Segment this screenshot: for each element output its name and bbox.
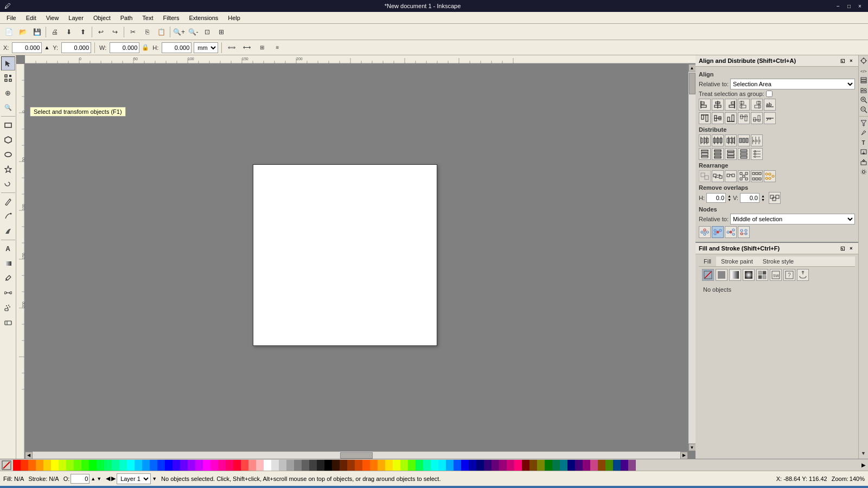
scroll-left-button[interactable]: ◀: [25, 452, 33, 459]
color-swatch[interactable]: [264, 460, 271, 471]
copy-button[interactable]: ⎘: [141, 25, 154, 38]
nodes-align-4-button[interactable]: [738, 226, 750, 238]
color-swatch[interactable]: [347, 460, 355, 471]
zoom-tool-button[interactable]: 🔍: [1, 100, 15, 114]
menu-text[interactable]: Text: [138, 14, 157, 22]
xml-editor-btn[interactable]: </>: [859, 66, 868, 75]
color-swatch[interactable]: [59, 460, 66, 471]
color-swatch[interactable]: [188, 460, 195, 471]
flip-v-button[interactable]: ⟷: [240, 41, 253, 54]
nodes-align-1-button[interactable]: [699, 226, 711, 238]
dropper-tool-button[interactable]: [1, 271, 15, 285]
color-swatch[interactable]: [628, 460, 636, 471]
treat-selection-checkbox[interactable]: [766, 91, 773, 97]
nodes-align-2-button[interactable]: [712, 226, 724, 238]
nodes-relative-select[interactable]: Middle of selection First selected Last …: [730, 214, 855, 224]
align-bottom-edges-button[interactable]: [725, 112, 737, 124]
rearrange-random-button[interactable]: [738, 170, 750, 182]
horizontal-scrollbar[interactable]: ◀ ▶: [25, 451, 688, 459]
stroke-paint-tab[interactable]: Stroke paint: [716, 256, 758, 266]
layers-btn[interactable]: [859, 76, 868, 85]
menu-filters[interactable]: Filters: [159, 14, 184, 22]
distribute-left-edges-button[interactable]: [699, 134, 711, 146]
fill-stroke-float-button[interactable]: ◱: [839, 245, 846, 252]
align-panel-float-button[interactable]: ◱: [839, 57, 846, 65]
color-swatch[interactable]: [112, 460, 119, 471]
distribute-top-edges-button[interactable]: [699, 148, 711, 160]
cut-button[interactable]: ✂: [126, 25, 139, 38]
print-button[interactable]: 🖨: [48, 25, 61, 38]
color-swatch[interactable]: [165, 460, 173, 471]
menu-extensions[interactable]: Extensions: [184, 14, 222, 22]
color-swatch[interactable]: [537, 460, 545, 471]
color-swatch[interactable]: [218, 460, 226, 471]
distribute-baseline-v-button[interactable]: abc: [751, 148, 763, 160]
menu-edit[interactable]: Edit: [22, 14, 41, 22]
align-left-edges-button[interactable]: [699, 99, 711, 111]
v-overlap-input[interactable]: [740, 193, 760, 203]
color-swatch[interactable]: [605, 460, 613, 471]
color-swatch[interactable]: [583, 460, 590, 471]
gradient-tool-button[interactable]: [1, 256, 15, 271]
align-panel-close-button[interactable]: ×: [847, 57, 855, 65]
color-swatch[interactable]: [567, 460, 575, 471]
lock-ratio-icon[interactable]: 🔒: [142, 44, 149, 51]
color-swatch[interactable]: [598, 460, 605, 471]
color-swatch[interactable]: [370, 460, 378, 471]
menu-layer[interactable]: Layer: [64, 14, 88, 22]
fill-stroke-panel-header[interactable]: Fill and Stroke (Shift+Ctrl+F) ◱ ×: [695, 243, 858, 254]
page-canvas[interactable]: [253, 164, 437, 346]
color-swatch[interactable]: [469, 460, 476, 471]
align-button[interactable]: ≡: [271, 41, 284, 54]
color-swatch[interactable]: [590, 460, 598, 471]
color-swatch[interactable]: [135, 460, 142, 471]
color-swatch[interactable]: [613, 460, 621, 471]
no-color-swatch[interactable]: [1, 460, 12, 471]
scrollbar-track[interactable]: [689, 72, 695, 444]
h-overlap-up[interactable]: ▲: [727, 194, 731, 198]
color-swatch[interactable]: [400, 460, 408, 471]
fill-radial-gradient-button[interactable]: [743, 269, 755, 281]
menu-view[interactable]: View: [42, 14, 63, 22]
w-input[interactable]: [110, 42, 139, 53]
color-swatch[interactable]: [195, 460, 203, 471]
center-on-vertical-axis-button[interactable]: [712, 99, 724, 111]
distribute-centers-h-button[interactable]: [712, 134, 724, 146]
menu-file[interactable]: File: [2, 14, 21, 22]
transform-button[interactable]: ⊞: [256, 41, 269, 54]
opacity-up[interactable]: ▲: [91, 476, 95, 481]
distribute-right-edges-button[interactable]: [725, 134, 737, 146]
color-swatch[interactable]: [279, 460, 286, 471]
nodes-align-3-button[interactable]: [725, 226, 737, 238]
fill-tab[interactable]: Fill: [699, 256, 716, 266]
spiral-tool-button[interactable]: [1, 177, 15, 191]
align-left-anchor-button[interactable]: [738, 99, 750, 111]
color-swatch[interactable]: [324, 460, 332, 471]
scroll-right-button[interactable]: ▶: [680, 452, 688, 459]
node-tool-button[interactable]: [1, 71, 15, 85]
x-input[interactable]: [12, 42, 42, 53]
calligraphy-tool-button[interactable]: [1, 224, 15, 238]
color-swatch[interactable]: [74, 460, 81, 471]
zoom-out-button[interactable]: 🔍-: [187, 25, 200, 38]
scroll-up-button[interactable]: ▲: [688, 64, 696, 72]
flip-h-button[interactable]: ⟺: [225, 41, 238, 54]
h-overlap-down[interactable]: ▼: [727, 198, 731, 202]
color-swatch[interactable]: [385, 460, 393, 471]
redo-button[interactable]: ↪: [108, 25, 122, 38]
fill-pattern-button[interactable]: [756, 269, 768, 281]
vertical-scrollbar[interactable]: ▲ ▼: [688, 64, 695, 451]
spray-tool-button[interactable]: [1, 300, 15, 314]
remove-overlaps-button[interactable]: [769, 192, 781, 204]
color-swatch[interactable]: [529, 460, 537, 471]
ellipse-tool-button[interactable]: [1, 147, 15, 162]
color-swatch[interactable]: [150, 460, 157, 471]
color-swatch[interactable]: [28, 460, 36, 471]
color-swatch[interactable]: [545, 460, 552, 471]
rearrange-exchange-button[interactable]: [712, 170, 724, 182]
color-swatch[interactable]: [446, 460, 454, 471]
color-swatch[interactable]: [476, 460, 484, 471]
canvas-inner[interactable]: [25, 64, 695, 459]
color-swatch[interactable]: [431, 460, 438, 471]
color-scroll-right[interactable]: ▶: [861, 462, 866, 468]
